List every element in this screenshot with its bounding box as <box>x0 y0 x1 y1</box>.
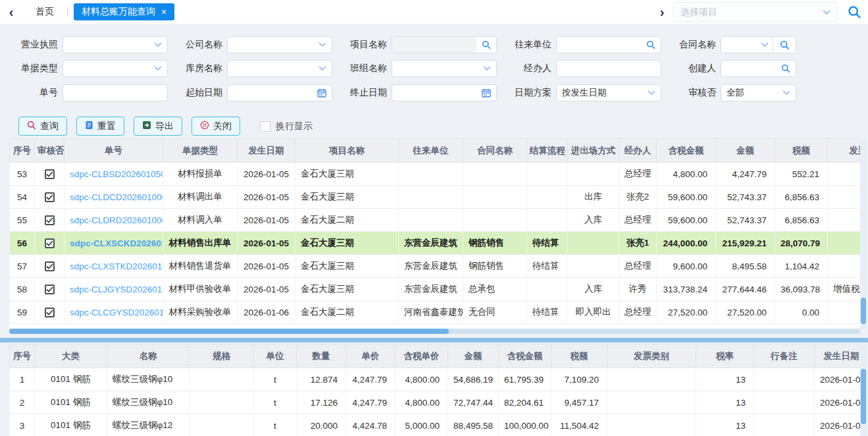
team-name-select[interactable] <box>392 60 497 77</box>
cell-settle-flow <box>527 209 568 232</box>
detail-row[interactable]: 20101 钢筋螺纹三级钢φ10t17.1264,247.794,800.007… <box>10 391 861 414</box>
warehouse-name-select[interactable] <box>227 60 332 77</box>
approved-checkbox[interactable] <box>45 169 55 179</box>
contract-name-select[interactable] <box>721 36 796 53</box>
approved-checkbox[interactable] <box>45 308 55 317</box>
tabs-scroll-right-icon[interactable]: › <box>651 0 673 24</box>
detail-vertical-scrollbar-thumb[interactable] <box>861 369 866 424</box>
doc-no-link[interactable]: sdpc-CLCGYSD20260106 <box>70 308 163 317</box>
cell-doc-type: 材料销售出库单 <box>163 232 238 255</box>
doc-no-field[interactable] <box>63 84 168 101</box>
search-icon[interactable] <box>476 37 496 53</box>
doc-no-link[interactable]: sdpc-CLXSTKD20260105 <box>70 261 163 271</box>
business-license-select[interactable] <box>63 36 168 53</box>
detail-row[interactable]: 10101 钢筋螺纹三级钢φ10t12.8744,247.794,800.005… <box>10 368 861 391</box>
doc-no-input[interactable] <box>68 88 162 98</box>
end-date-input[interactable] <box>397 88 482 98</box>
approved-checkbox[interactable] <box>45 215 55 225</box>
ledger-row[interactable]: 57sdpc-CLXSTKD20260105材料销售退货单2026-01-05金… <box>10 255 861 278</box>
approved-checkbox[interactable] <box>45 261 55 271</box>
project-select[interactable] <box>673 2 838 22</box>
calendar-icon[interactable] <box>482 88 491 97</box>
ledger-horizontal-scrollbar[interactable] <box>9 329 860 334</box>
company-name-select[interactable] <box>227 36 332 53</box>
approved-checkbox[interactable] <box>45 192 55 202</box>
approved-checkbox[interactable] <box>45 238 55 248</box>
approved-select[interactable]: 全部 <box>721 84 796 101</box>
doc-no-link[interactable]: sdpc-CLJGYSD20260105 <box>70 285 163 294</box>
cell-approved <box>35 278 64 301</box>
project-search-icon[interactable] <box>846 5 863 19</box>
cell-amount-tax-incl: 27,520.00 <box>657 301 716 324</box>
project-select-input[interactable] <box>680 7 823 17</box>
cell-approved <box>35 186 64 209</box>
detail-vertical-scrollbar[interactable] <box>860 344 867 436</box>
detail-column-header: 含税单价 <box>396 344 448 368</box>
close-button[interactable]: 关闭 <box>191 117 240 136</box>
doc-no-link[interactable]: sdpc-CLBSD2026010500 <box>70 169 163 179</box>
cell-amount: 27,520.00 <box>716 301 775 324</box>
wrap-display-checkbox-group[interactable]: 换行显示 <box>260 121 313 132</box>
cell-seq: 54 <box>10 186 35 209</box>
ledger-row[interactable]: 59sdpc-CLCGYSD20260106材料采购验收单2026-01-06金… <box>10 301 861 324</box>
cell-tax: 0.00 <box>775 301 828 324</box>
agent-field[interactable] <box>556 60 661 77</box>
ledger-column-header: 发票类别 <box>828 139 861 163</box>
tab-bar: ‹ 首页 材料总账万能查询 × › <box>0 0 868 24</box>
ledger-vertical-scrollbar[interactable] <box>860 138 867 329</box>
cell-in-out <box>568 163 619 186</box>
ledger-row[interactable]: 58sdpc-CLJGYSD20260105材料甲供验收单2026-01-05金… <box>10 278 861 301</box>
ledger-column-header: 经办人 <box>619 139 657 163</box>
tab-home[interactable]: 首页 <box>22 6 67 18</box>
start-date-input[interactable] <box>233 88 317 98</box>
creator-input[interactable] <box>727 64 781 74</box>
date-scheme-select[interactable]: 按发生日期 <box>556 84 661 101</box>
cell-contract: 总承包 <box>463 278 527 301</box>
detail-column-header: 序号 <box>10 344 35 368</box>
counterparty-field[interactable] <box>556 36 661 53</box>
detail-column-header: 单价 <box>346 344 396 368</box>
ledger-vertical-scrollbar-thumb[interactable] <box>861 298 866 324</box>
agent-input[interactable] <box>562 64 655 74</box>
project-name-field[interactable] <box>392 36 497 53</box>
end-date-field[interactable] <box>392 84 497 101</box>
cell-doc-no: sdpc-CLDCD2026010000 <box>64 186 163 209</box>
filter-row-2: 单据类型库房名称班组名称经办人创建人 <box>18 60 868 77</box>
search-icon[interactable] <box>773 37 796 53</box>
export-button[interactable]: 导出 <box>134 117 182 136</box>
tab-active[interactable]: 材料总账万能查询 × <box>74 3 174 20</box>
filter-label-approved: 审核否 <box>666 87 716 99</box>
start-date-field[interactable] <box>227 84 332 101</box>
query-button[interactable]: 查询 <box>18 117 67 136</box>
cell-amount: 52,743.37 <box>716 186 775 209</box>
cell-spec <box>190 368 254 391</box>
calendar-icon[interactable] <box>317 88 326 97</box>
ledger-row[interactable]: 54sdpc-CLDCD2026010000材料调出单2026-01-05金石大… <box>10 186 861 209</box>
search-icon[interactable] <box>646 40 655 49</box>
ledger-row[interactable]: 53sdpc-CLBSD2026010500材料报损单2026-01-05金石大… <box>10 163 861 186</box>
query-button-label: 查询 <box>40 121 59 132</box>
tabs-scroll-left-icon[interactable]: ‹ <box>0 0 22 24</box>
ledger-row[interactable]: 55sdpc-CLDRD2026010000材料调入单2026-01-05金石大… <box>10 209 861 232</box>
filter-label-contract-name: 合同名称 <box>666 39 716 51</box>
cell-date: 2026-01-05 <box>815 391 861 414</box>
search-icon[interactable] <box>781 64 790 73</box>
doc-type-select[interactable] <box>63 60 168 77</box>
counterparty-input[interactable] <box>562 40 646 50</box>
creator-field[interactable] <box>721 60 796 77</box>
ledger-horizontal-scrollbar-thumb[interactable] <box>9 329 449 334</box>
cell-unit-price-tax-incl: 4,800.00 <box>396 368 448 391</box>
cell-project: 金石大厦三期 <box>295 186 399 209</box>
ledger-row-selected[interactable]: 56sdpc-CLXSCKD20260105材料销售出库单2026-01-05金… <box>10 232 861 255</box>
panel-splitter[interactable] <box>0 338 868 342</box>
wrap-display-checkbox[interactable] <box>260 121 270 132</box>
doc-no-link[interactable]: sdpc-CLXSCKD20260105 <box>70 238 163 248</box>
cell-approved <box>35 209 64 232</box>
tab-close-icon[interactable]: × <box>161 7 166 16</box>
approved-checkbox[interactable] <box>45 285 55 294</box>
detail-row[interactable]: 30101 钢筋螺纹三级钢φ12t20.0004,424.785,000.008… <box>10 414 861 436</box>
doc-no-link[interactable]: sdpc-CLDRD2026010000 <box>70 215 163 225</box>
ledger-table-region: 序号审核否单号单据类型发生日期项目名称往来单位合同名称结算流程进出场方式经办人含… <box>9 138 868 329</box>
reset-button[interactable]: 重置 <box>76 117 124 136</box>
doc-no-link[interactable]: sdpc-CLDCD2026010000 <box>70 192 163 202</box>
